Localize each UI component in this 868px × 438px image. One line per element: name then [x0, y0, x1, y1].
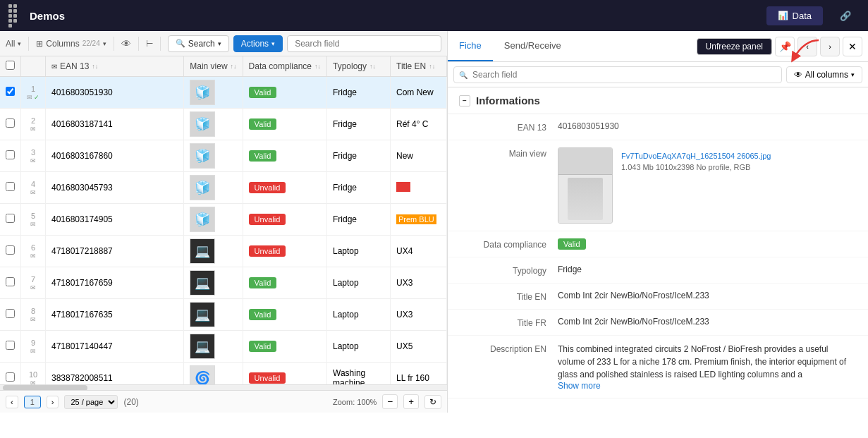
- search-field-input[interactable]: [287, 35, 441, 52]
- row-checkbox[interactable]: [6, 372, 15, 382]
- row-email-icon: ✉: [30, 348, 36, 355]
- row-checkbox-cell[interactable]: [0, 363, 21, 385]
- table-row[interactable]: 8 ✉ 4718017167635 💻 Valid Laptop UX3: [0, 299, 447, 331]
- row-checkbox[interactable]: [6, 277, 15, 286]
- table-row[interactable]: 2 ✉ 4016803187141 🧊 Valid Fridge Réf: [0, 109, 447, 140]
- row-checkbox[interactable]: [6, 150, 15, 159]
- nav-next-button[interactable]: ›: [820, 37, 840, 56]
- title-sort-icon[interactable]: ↑↓: [429, 63, 435, 70]
- show-more-link[interactable]: Show more: [558, 381, 601, 391]
- table-row[interactable]: 7 ✉ 4718017167659 💻 Valid Laptop UX3: [0, 267, 447, 299]
- nav-prev-button[interactable]: ‹: [797, 37, 817, 56]
- main-sort-icon[interactable]: ↑↓: [231, 63, 237, 70]
- col-typology[interactable]: Typology ↑↓: [327, 56, 391, 77]
- app-grid-icon[interactable]: [8, 4, 21, 28]
- sort-icon[interactable]: ↑↓: [92, 63, 98, 70]
- email-icon: ✉: [51, 63, 57, 71]
- tab-fiche[interactable]: Fiche: [448, 31, 493, 61]
- columns-icon: ⊞: [36, 39, 43, 49]
- row-checkbox[interactable]: [6, 341, 15, 350]
- row-email-icon: ✉: [27, 94, 32, 101]
- select-all-checkbox[interactable]: [6, 61, 15, 70]
- row-checkbox-cell[interactable]: [0, 267, 21, 299]
- right-search-input[interactable]: [453, 66, 782, 83]
- search-chevron-icon: ▾: [218, 40, 221, 47]
- table-row[interactable]: 1 ✉ ✓ 4016803051930 🧊 Valid Fridge Com: [0, 77, 447, 109]
- table-row[interactable]: 3 ✉ 4016803167860 🧊 Valid Fridge New: [0, 140, 447, 172]
- image-meta: 1.043 Mb 1010x2398 No profile, RGB: [621, 163, 771, 171]
- per-page-select[interactable]: 25 / page 50 / page: [64, 395, 118, 409]
- table-row[interactable]: 9 ✉ 4718017140447 💻 Valid Laptop UX5: [0, 331, 447, 363]
- thumb-icon: 🧊: [195, 148, 210, 164]
- row-title-cell: UX5: [391, 331, 447, 363]
- columns-select[interactable]: ⊞ Columns 22/24 ▾: [36, 39, 106, 49]
- row-checkbox[interactable]: [6, 182, 15, 191]
- section-collapse-button[interactable]: −: [459, 95, 470, 107]
- row-checkbox-cell[interactable]: [0, 236, 21, 267]
- row-checkbox[interactable]: [6, 309, 15, 318]
- unfreeze-panel-button[interactable]: Unfreeze panel: [697, 38, 772, 55]
- col-compliance[interactable]: Data compliance ↑↓: [243, 56, 326, 77]
- row-checkbox-cell[interactable]: [0, 77, 21, 109]
- all-columns-label: All columns: [805, 70, 848, 80]
- zoom-in-button[interactable]: +: [403, 394, 419, 409]
- col-ean13[interactable]: ✉ EAN 13 ↑↓: [46, 56, 184, 77]
- row-checkbox-cell[interactable]: [0, 109, 21, 140]
- table-row[interactable]: 5 ✉ 4016803174905 🧊 Unvalid Fridge Pr: [0, 204, 447, 236]
- row-typology-cell: Laptop: [327, 236, 391, 267]
- row-ean-cell: 4016803167860: [46, 140, 184, 172]
- refresh-button[interactable]: ↻: [424, 395, 441, 409]
- row-checkbox-cell[interactable]: [0, 331, 21, 363]
- col-checkbox[interactable]: [0, 56, 21, 77]
- compliance-sort-icon[interactable]: ↑↓: [314, 63, 321, 70]
- ean-value: 4016803167860: [51, 151, 113, 161]
- tab-data[interactable]: 📊 Data: [766, 6, 823, 25]
- row-checkbox[interactable]: [6, 245, 15, 255]
- row-checkbox-cell[interactable]: [0, 204, 21, 236]
- thumb-icon: 🧊: [195, 180, 210, 195]
- col-title-en[interactable]: Title EN ↑↓: [391, 56, 447, 77]
- eye-icon-btn[interactable]: 👁: [121, 38, 131, 49]
- table-row[interactable]: 4 ✉ 4016803045793 🧊 Unvalid Fridge: [0, 172, 447, 204]
- col-main-view[interactable]: Main view ↑↓: [184, 56, 243, 77]
- row-ean-cell: 4016803051930: [46, 77, 184, 109]
- close-panel-button[interactable]: ✕: [843, 37, 862, 56]
- row-thumbnail: 🧊: [190, 111, 215, 137]
- right-toolbar: 👁 All columns ▾: [448, 62, 868, 87]
- current-page: 1: [24, 396, 41, 408]
- all-select[interactable]: All ▾: [6, 39, 21, 49]
- row-checkbox-cell[interactable]: [0, 140, 21, 172]
- row-compliance-cell: Valid: [243, 331, 326, 363]
- tab-other[interactable]: 🔗: [831, 6, 860, 25]
- row-num-cell: 1 ✉ ✓: [21, 77, 46, 109]
- zoom-out-button[interactable]: −: [382, 394, 398, 409]
- right-panel: Fiche Send/Receive Unfreeze panel 📌 ‹ › …: [448, 31, 868, 413]
- row-typology-cell: Laptop: [327, 299, 391, 331]
- title-value: UX4: [396, 246, 412, 256]
- all-columns-button[interactable]: 👁 All columns ▾: [786, 66, 862, 83]
- table-row[interactable]: 10 ✉ 3838782008511 🌀 Unvalid Washing mac…: [0, 363, 447, 385]
- row-checkbox[interactable]: [6, 214, 15, 223]
- resize-icon-btn[interactable]: ⊢: [146, 39, 153, 49]
- row-checkbox[interactable]: [6, 118, 15, 128]
- all-columns-chevron-icon: ▾: [851, 71, 855, 78]
- horizontal-scrollbar[interactable]: [0, 384, 447, 390]
- row-checkbox-cell[interactable]: [0, 299, 21, 331]
- table-row[interactable]: 6 ✉ 4718017218887 💻 Unvalid Laptop UX: [0, 236, 447, 267]
- pin-button[interactable]: 📌: [775, 37, 795, 56]
- tab-send-receive[interactable]: Send/Receive: [493, 31, 573, 61]
- col-num: [21, 56, 46, 77]
- typology-value: Fridge: [333, 151, 357, 161]
- image-link[interactable]: Fv7TuDvoEAqXA7qH_16251504 26065.jpg: [621, 152, 771, 160]
- row-checkbox[interactable]: [6, 87, 15, 96]
- next-page-button[interactable]: ›: [47, 396, 59, 408]
- row-compliance-cell: Valid: [243, 299, 326, 331]
- search-button[interactable]: 🔍 Search ▾: [168, 35, 229, 52]
- row-ean-cell: 4718017140447: [46, 331, 184, 363]
- all-label: All: [6, 39, 15, 49]
- row-checkbox-cell[interactable]: [0, 172, 21, 204]
- prev-page-button[interactable]: ‹: [6, 396, 18, 408]
- data-compliance-field-row: Data compliance Valid: [448, 231, 868, 257]
- typo-sort-icon[interactable]: ↑↓: [369, 63, 376, 70]
- actions-button[interactable]: Actions ▾: [233, 35, 283, 52]
